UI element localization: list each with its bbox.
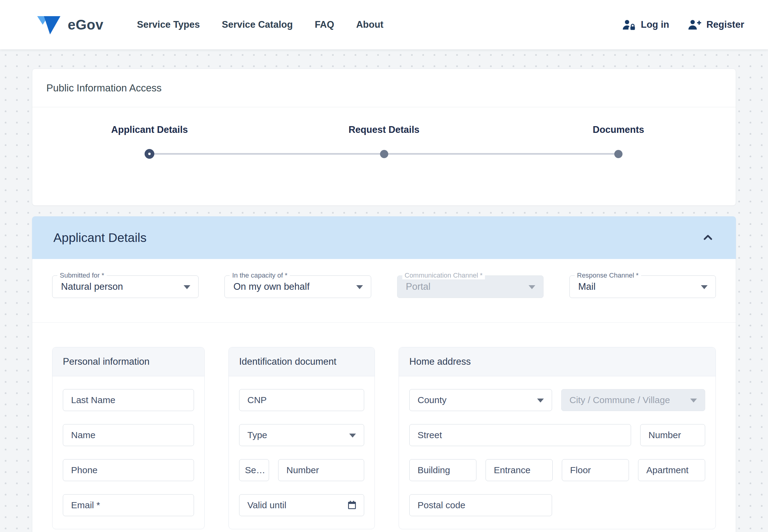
- applicant-details-header[interactable]: Applicant Details: [32, 216, 736, 259]
- building-input[interactable]: Building: [409, 459, 476, 481]
- series-input[interactable]: Se…: [239, 459, 269, 481]
- submitted-for-label: Submitted for *: [57, 271, 107, 279]
- floor-input[interactable]: Floor: [562, 459, 629, 481]
- identification-document-title: Identification document: [229, 347, 375, 376]
- response-channel-select[interactable]: Response Channel * Mail: [569, 275, 716, 298]
- name-input[interactable]: Name: [63, 424, 194, 446]
- city-commune-village-select: City / Commune / Village: [561, 389, 705, 411]
- nav-item-faq[interactable]: FAQ: [315, 19, 334, 30]
- apartment-input[interactable]: Apartment: [638, 459, 705, 481]
- chevron-down-icon: [537, 399, 544, 403]
- step-track: [32, 144, 736, 163]
- county-value: County: [418, 395, 446, 405]
- capacity-value: On my own behalf: [233, 281, 310, 292]
- login-label: Log in: [641, 19, 669, 30]
- chevron-up-icon[interactable]: [701, 231, 715, 244]
- street-input[interactable]: Street: [409, 424, 631, 446]
- document-type-select[interactable]: Type: [239, 424, 364, 446]
- home-address-body: County City / Commune / Village Street N…: [399, 376, 716, 529]
- step-label-request-details: Request Details: [267, 124, 501, 135]
- step-circle-request-details[interactable]: [380, 150, 388, 158]
- street-number-input[interactable]: Number: [640, 424, 705, 446]
- stepper: Applicant Details Request Details Docume…: [32, 107, 736, 163]
- capacity-label: In the capacity of *: [230, 271, 290, 279]
- nav-auth-area: Log in Register: [622, 19, 744, 31]
- personal-information-title: Personal information: [52, 347, 205, 376]
- valid-until-input[interactable]: Valid until: [239, 494, 364, 516]
- applicant-details-body: Submitted for * Natural person In the ca…: [32, 259, 736, 532]
- person-plus-icon: [688, 19, 702, 31]
- series-number-row: Se… Number: [239, 459, 364, 481]
- building-row: Building Entrance Floor Apartment: [409, 459, 705, 481]
- register-label: Register: [706, 19, 744, 30]
- submitted-for-select[interactable]: Submitted for * Natural person: [52, 275, 199, 298]
- brand[interactable]: eGov: [36, 14, 103, 36]
- identification-document-body: CNP Type Se… Number Valid until: [229, 376, 375, 529]
- step-circle-documents[interactable]: [614, 150, 623, 158]
- personal-information-body: Last Name Name Phone Email *: [52, 376, 205, 529]
- login-button[interactable]: Log in: [622, 19, 669, 31]
- document-number-input[interactable]: Number: [278, 459, 364, 481]
- email-input[interactable]: Email *: [63, 494, 194, 516]
- response-channel-label: Response Channel *: [574, 271, 641, 279]
- calendar-icon[interactable]: [347, 500, 357, 510]
- wizard-title: Public Information Access: [32, 69, 736, 107]
- applicant-details-section: Applicant Details Submitted for * Natura…: [32, 216, 736, 532]
- capacity-select[interactable]: In the capacity of * On my own behalf: [225, 275, 371, 298]
- person-lock-icon: [622, 19, 636, 31]
- communication-channel-label: Communication Channel *: [402, 271, 485, 279]
- city-value: City / Commune / Village: [569, 395, 670, 405]
- chevron-down-icon: [528, 285, 535, 289]
- submitted-for-value: Natural person: [61, 281, 123, 292]
- chevron-down-icon: [183, 285, 190, 289]
- step-circle-active[interactable]: [144, 149, 154, 159]
- top-navbar: eGov Service Types Service Catalog FAQ A…: [0, 0, 768, 49]
- wizard-card: Public Information Access Applicant Deta…: [32, 69, 736, 206]
- personal-information-card: Personal information Last Name Name Phon…: [52, 347, 205, 529]
- nav-item-service-types[interactable]: Service Types: [137, 19, 200, 30]
- step-label-applicant-details: Applicant Details: [32, 124, 267, 135]
- step-label-documents: Documents: [501, 124, 736, 135]
- chevron-down-icon: [349, 434, 356, 438]
- communication-channel-value: Portal: [406, 281, 431, 292]
- identification-document-card: Identification document CNP Type Se… Num…: [229, 347, 375, 529]
- chevron-down-icon: [701, 285, 708, 289]
- postal-code-input[interactable]: Postal code: [409, 494, 552, 516]
- chevron-down-icon: [356, 285, 363, 289]
- main-nav: Service Types Service Catalog FAQ About: [137, 19, 383, 30]
- cnp-input[interactable]: CNP: [239, 389, 364, 411]
- chevron-down-icon: [690, 399, 697, 403]
- county-select[interactable]: County: [409, 389, 552, 411]
- phone-input[interactable]: Phone: [63, 459, 194, 481]
- home-address-title: Home address: [399, 347, 716, 376]
- nav-item-about[interactable]: About: [356, 19, 384, 30]
- detail-cards-row: Personal information Last Name Name Phon…: [32, 323, 736, 532]
- street-number-row: Street Number: [409, 424, 705, 446]
- communication-channel-select: Communication Channel * Portal: [397, 275, 543, 298]
- applicant-selects-row: Submitted for * Natural person In the ca…: [32, 259, 736, 323]
- nav-item-service-catalog[interactable]: Service Catalog: [222, 19, 293, 30]
- step-labels: Applicant Details Request Details Docume…: [32, 124, 736, 135]
- entrance-input[interactable]: Entrance: [485, 459, 553, 481]
- response-channel-value: Mail: [578, 281, 596, 292]
- register-button[interactable]: Register: [688, 19, 744, 31]
- county-city-row: County City / Commune / Village: [409, 389, 705, 411]
- egov-logo-icon: [36, 14, 62, 36]
- document-type-value: Type: [247, 430, 267, 440]
- applicant-details-title: Applicant Details: [53, 231, 146, 245]
- last-name-input[interactable]: Last Name: [63, 389, 194, 411]
- valid-until-label: Valid until: [247, 500, 286, 510]
- page-background: Public Information Access Applicant Deta…: [0, 49, 768, 532]
- brand-name: eGov: [68, 16, 103, 33]
- home-address-card: Home address County City / Commune / Vil…: [399, 347, 716, 529]
